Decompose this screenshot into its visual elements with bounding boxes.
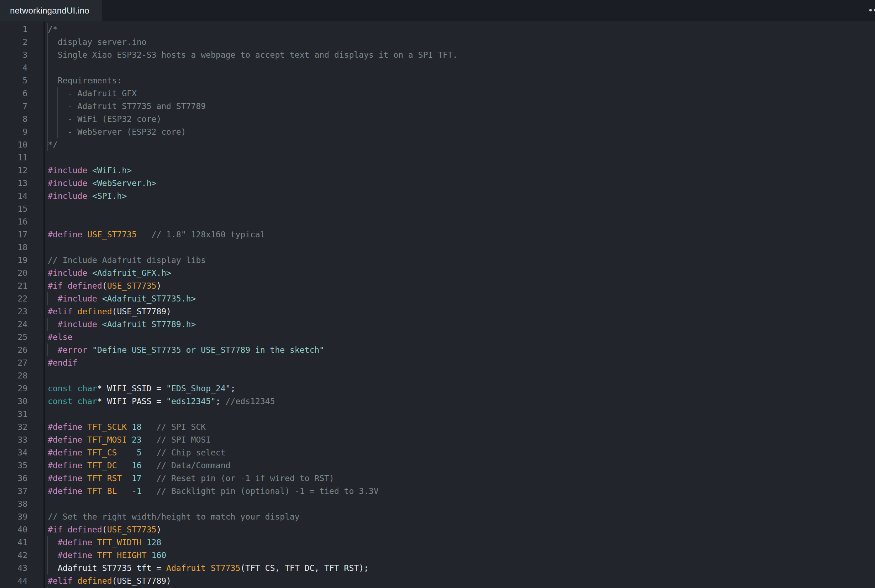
line-number[interactable]: 15: [0, 202, 27, 215]
code-line[interactable]: 14#include <SPI.h>: [0, 190, 875, 202]
line-number[interactable]: 27: [0, 356, 27, 369]
code-line[interactable]: 31: [0, 408, 875, 420]
code-line[interactable]: 18: [0, 241, 875, 254]
line-number[interactable]: 3: [0, 48, 27, 61]
line-number[interactable]: 17: [0, 228, 27, 241]
code-line[interactable]: 29const char* WIFI_SSID = "EDS_Shop_24";: [0, 382, 875, 395]
token-cm: - Adafruit_GFX: [48, 89, 137, 98]
line-number[interactable]: 22: [0, 292, 27, 305]
code-line[interactable]: 33#define TFT_MOSI 23 // SPI MOSI: [0, 434, 875, 446]
code-line[interactable]: 1/*: [0, 23, 875, 36]
code-line[interactable]: 24 #include <Adafruit_ST7789.h>: [0, 318, 875, 331]
code-line[interactable]: 30const char* WIFI_PASS = "eds12345"; //…: [0, 395, 875, 408]
code-line[interactable]: 8 - WiFi (ESP32 core): [0, 112, 875, 126]
line-number[interactable]: 33: [0, 434, 27, 446]
code-line[interactable]: 12#include <WiFi.h>: [0, 164, 875, 177]
token-pp: #define: [48, 448, 87, 457]
line-number[interactable]: 38: [0, 498, 27, 510]
line-number[interactable]: 29: [0, 382, 27, 395]
code-line[interactable]: 7 - Adafruit_ST7735 and ST7789: [0, 100, 875, 112]
code-line[interactable]: 35#define TFT_DC 16 // Data/Command: [0, 459, 875, 472]
code-line[interactable]: 43 Adafruit_ST7735 tft = Adafruit_ST7735…: [0, 562, 875, 574]
code-line[interactable]: 28: [0, 369, 875, 382]
line-number[interactable]: 16: [0, 215, 27, 228]
line-number[interactable]: 18: [0, 241, 27, 254]
line-number[interactable]: 35: [0, 459, 27, 472]
line-number[interactable]: 40: [0, 523, 27, 536]
line-number[interactable]: 11: [0, 151, 27, 164]
code-editor[interactable]: 1/*2 display_server.ino3 Single Xiao ESP…: [0, 21, 875, 588]
code-line[interactable]: 16: [0, 215, 875, 228]
token-num: 23: [132, 435, 141, 444]
token-pp: #define: [48, 538, 97, 547]
code-text: #define USE_ST7735 // 1.8" 128x160 typic…: [48, 228, 265, 241]
token-str: <WiFi.h>: [92, 166, 132, 175]
code-line[interactable]: 4: [0, 61, 875, 74]
line-number[interactable]: 32: [0, 420, 27, 434]
line-number[interactable]: 43: [0, 562, 27, 574]
line-number[interactable]: 10: [0, 138, 27, 151]
line-number[interactable]: 2: [0, 36, 27, 48]
token-cm: // Backlight pin (optional) -1 = tied to…: [156, 486, 379, 496]
line-number[interactable]: 19: [0, 254, 27, 267]
line-number[interactable]: 1: [0, 23, 27, 36]
code-line[interactable]: 37#define TFT_BL -1 // Backlight pin (op…: [0, 484, 875, 498]
line-number[interactable]: 23: [0, 305, 27, 318]
line-number[interactable]: 37: [0, 484, 27, 498]
code-line[interactable]: 39// Set the right width/height to match…: [0, 510, 875, 523]
line-number[interactable]: 7: [0, 100, 27, 112]
code-line[interactable]: 42 #define TFT_HEIGHT 160: [0, 549, 875, 562]
line-number[interactable]: 21: [0, 279, 27, 292]
line-number[interactable]: 14: [0, 190, 27, 202]
code-line[interactable]: 26 #error "Define USE_ST7735 or USE_ST77…: [0, 344, 875, 356]
line-number[interactable]: 9: [0, 126, 27, 138]
code-line[interactable]: 19// Include Adafruit display libs: [0, 254, 875, 267]
line-number[interactable]: 30: [0, 395, 27, 408]
line-number[interactable]: 5: [0, 74, 27, 87]
code-line[interactable]: 6 - Adafruit_GFX: [0, 87, 875, 100]
line-number[interactable]: 12: [0, 164, 27, 177]
line-number[interactable]: 28: [0, 369, 27, 382]
code-line[interactable]: 20#include <Adafruit_GFX.h>: [0, 267, 875, 279]
line-number[interactable]: 6: [0, 87, 27, 100]
token-cm: */: [48, 140, 58, 149]
code-line[interactable]: 25#else: [0, 331, 875, 344]
code-line[interactable]: 44#elif defined(USE_ST7789): [0, 574, 875, 587]
line-number[interactable]: 34: [0, 446, 27, 459]
line-number[interactable]: 8: [0, 112, 27, 126]
code-line[interactable]: 40#if defined(USE_ST7735): [0, 523, 875, 536]
code-line[interactable]: 27#endif: [0, 356, 875, 369]
code-line[interactable]: 41 #define TFT_WIDTH 128: [0, 536, 875, 549]
code-line[interactable]: 15: [0, 202, 875, 215]
code-line[interactable]: 34#define TFT_CS 5 // Chip select: [0, 446, 875, 459]
code-line[interactable]: 2 display_server.ino: [0, 36, 875, 48]
line-number[interactable]: 41: [0, 536, 27, 549]
line-number[interactable]: 36: [0, 472, 27, 484]
code-line[interactable]: 38: [0, 498, 875, 510]
code-line[interactable]: 10*/: [0, 138, 875, 151]
line-number[interactable]: 24: [0, 318, 27, 331]
line-number[interactable]: 39: [0, 510, 27, 523]
code-line[interactable]: 22 #include <Adafruit_ST7735.h>: [0, 292, 875, 305]
line-number[interactable]: 20: [0, 267, 27, 279]
line-number[interactable]: 26: [0, 344, 27, 356]
line-number[interactable]: 25: [0, 331, 27, 344]
code-line[interactable]: 23#elif defined(USE_ST7789): [0, 305, 875, 318]
line-number[interactable]: 13: [0, 177, 27, 190]
tab-networkingandui-ino[interactable]: networkingandUI.ino: [0, 0, 102, 21]
code-line[interactable]: 9 - WebServer (ESP32 core): [0, 126, 875, 138]
code-text: Single Xiao ESP32-S3 hosts a webpage to …: [48, 48, 457, 61]
code-line[interactable]: 13#include <WebServer.h>: [0, 177, 875, 190]
code-line[interactable]: 3 Single Xiao ESP32-S3 hosts a webpage t…: [0, 48, 875, 61]
code-line[interactable]: 11: [0, 151, 875, 164]
line-number[interactable]: 31: [0, 408, 27, 420]
code-line[interactable]: 36#define TFT_RST 17 // Reset pin (or -1…: [0, 472, 875, 484]
code-line[interactable]: 5 Requirements:: [0, 74, 875, 87]
code-line[interactable]: 21#if defined(USE_ST7735): [0, 279, 875, 292]
line-number[interactable]: 42: [0, 549, 27, 562]
more-options-icon[interactable]: [869, 9, 875, 11]
line-number[interactable]: 44: [0, 574, 27, 587]
line-number[interactable]: 4: [0, 61, 27, 74]
code-line[interactable]: 17#define USE_ST7735 // 1.8" 128x160 typ…: [0, 228, 875, 241]
code-line[interactable]: 32#define TFT_SCLK 18 // SPI SCK: [0, 420, 875, 434]
